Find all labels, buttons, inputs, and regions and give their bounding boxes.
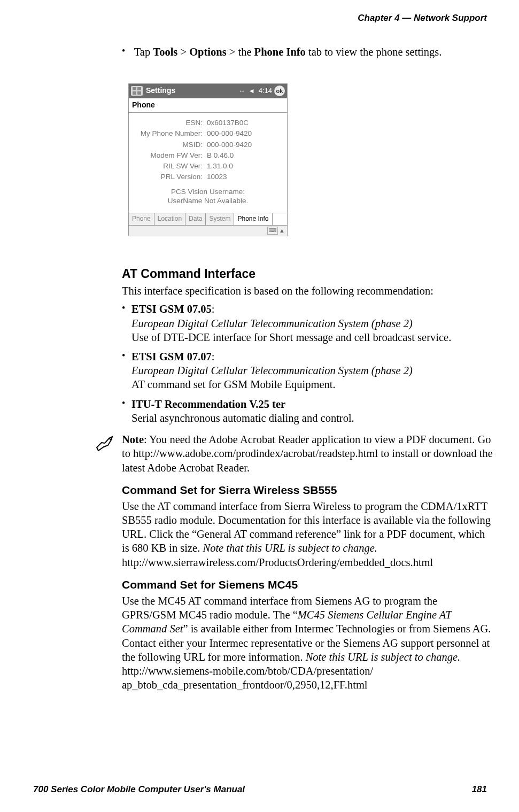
windows-flag-icon	[131, 86, 143, 96]
connectivity-icon: ↔	[239, 87, 245, 95]
screenshot-body: ESN:0x60137B0C My Phone Number:000-000-9…	[128, 113, 288, 213]
phone-info-screenshot: Settings ↔ ◄ 4:14 ok Phone ESN:0x60137B0…	[128, 83, 288, 236]
info-value: 000-000-9420	[207, 140, 252, 149]
page-content: • Tap Tools > Options > the Phone Info t…	[122, 45, 494, 692]
screenshot-titlebar: Settings ↔ ◄ 4:14 ok	[128, 83, 288, 98]
note-body: Note: You need the Adobe Acrobat Reader …	[122, 432, 494, 475]
pcs-block: PCS Vision Username: UserName Not Availa…	[131, 187, 285, 206]
spec-desc: Serial asynchronous automatic dialing an…	[131, 412, 354, 424]
spec-title: ITU-T Recommendation V.25 ter	[131, 398, 285, 410]
mc45-italic2: Note this URL is subject to change.	[306, 651, 460, 663]
spec-desc: AT command set for GSM Mobile Equipment.	[131, 378, 336, 390]
footer-left: 700 Series Color Mobile Computer User's …	[33, 784, 245, 795]
info-value: 0x60137B0C	[207, 118, 249, 127]
spec-italic: European Digital Cellular Telecommunicat…	[131, 318, 413, 329]
screenshot-tabs: Phone Location Data System Phone Info	[128, 213, 288, 225]
spec-title: ETSI GSM 07.07	[131, 351, 212, 362]
bullet-icon: •	[122, 302, 131, 314]
info-label: ESN:	[131, 118, 207, 127]
at-command-intro: This interface specification is based on…	[122, 284, 494, 298]
mc45-url2: ap_btob_cda_presentation_frontdoor/0,295…	[122, 678, 494, 692]
spec-item: •ITU-T Recommendation V.25 ter Serial as…	[122, 397, 494, 425]
header-sep: —	[400, 13, 414, 23]
note-hand-icon	[93, 434, 115, 475]
spec-colon: :	[212, 303, 215, 315]
spec-title: ETSI GSM 07.05	[131, 303, 212, 315]
spec-item: •ETSI GSM 07.07: European Digital Cellul…	[122, 350, 494, 392]
mc45-body: Use the MC45 AT command interface from S…	[122, 594, 494, 664]
note-text: : You need the Adobe Acrobat Reader appl…	[122, 434, 493, 473]
intro-mid2: > the	[227, 46, 254, 58]
screenshot-bottom-bar: ⌨ ▲	[128, 226, 288, 236]
info-row: My Phone Number:000-000-9420	[131, 129, 285, 138]
intro-tools: Tools	[153, 46, 177, 58]
chapter-title: Network Support	[414, 13, 487, 23]
pcs-title: PCS Vision Username:	[131, 187, 285, 196]
intro-phoneinfo: Phone Info	[254, 46, 306, 58]
sb555-url: http://www.sierrawireless.com/ProductsOr…	[122, 555, 494, 569]
chapter-label: Chapter 4	[358, 13, 399, 23]
ok-label: ok	[276, 87, 283, 95]
svg-rect-2	[133, 91, 136, 95]
pcs-value: UserName Not Available.	[131, 196, 285, 205]
tab-system[interactable]: System	[206, 213, 234, 225]
footer-page-number: 181	[472, 784, 487, 795]
bullet-icon: •	[122, 397, 131, 409]
mc45-url1: http://www.siemens-mobile.com/btob/CDA/p…	[122, 664, 494, 678]
at-command-heading: AT Command Interface	[122, 266, 494, 282]
info-label: My Phone Number:	[131, 129, 207, 138]
sb555-body: Use the AT command interface from Sierra…	[122, 499, 494, 555]
spec-italic: European Digital Cellular Telecommunicat…	[131, 365, 413, 376]
intro-post: tab to view the phone settings.	[306, 46, 442, 58]
intro-bullet: • Tap Tools > Options > the Phone Info t…	[122, 45, 494, 59]
spec-desc: Use of DTE-DCE interface for Short messa…	[131, 331, 451, 343]
bullet-icon: •	[122, 45, 131, 57]
info-row: MSID:000-000-9420	[131, 140, 285, 149]
info-label: Modem FW Ver:	[131, 151, 207, 160]
info-label: MSID:	[131, 140, 207, 149]
sb555-heading: Command Set for Sierra Wireless SB555	[122, 483, 494, 498]
info-value: 000-000-9420	[207, 129, 252, 138]
page-footer: 700 Series Color Mobile Computer User's …	[33, 784, 487, 795]
spec-item: •ETSI GSM 07.05: European Digital Cellul…	[122, 302, 494, 344]
info-row: Modem FW Ver:B 0.46.0	[131, 151, 285, 160]
tab-data[interactable]: Data	[185, 213, 206, 225]
titlebar-time: 4:14	[259, 87, 272, 96]
up-arrow-icon[interactable]: ▲	[279, 227, 285, 234]
info-value: 1.31.0.0	[207, 161, 233, 171]
keyboard-icon[interactable]: ⌨	[267, 227, 278, 235]
svg-rect-1	[137, 87, 141, 90]
info-label: RIL SW Ver:	[131, 161, 207, 171]
intro-mid1: >	[177, 46, 189, 58]
note-block: Note: You need the Adobe Acrobat Reader …	[93, 432, 494, 475]
tab-location[interactable]: Location	[154, 213, 185, 225]
titlebar-title: Settings	[146, 86, 237, 96]
svg-rect-3	[137, 91, 141, 95]
mc45-heading: Command Set for Siemens MC45	[122, 578, 494, 592]
info-value: 10023	[207, 172, 227, 181]
info-row: RIL SW Ver:1.31.0.0	[131, 161, 285, 171]
info-row: ESN:0x60137B0C	[131, 118, 285, 127]
bullet-icon: •	[122, 350, 131, 362]
intro-options: Options	[189, 46, 227, 58]
tab-phone[interactable]: Phone	[129, 213, 154, 225]
sb555-body-italic: Note that this URL is subject to change.	[203, 542, 377, 554]
info-label: PRL Version:	[131, 172, 207, 181]
screenshot-subtitle: Phone	[128, 98, 288, 113]
note-label: Note	[122, 434, 144, 445]
tab-phone-info[interactable]: Phone Info	[234, 213, 272, 225]
spec-list: •ETSI GSM 07.05: European Digital Cellul…	[122, 302, 494, 425]
page-header: Chapter 4 — Network Support	[358, 13, 487, 24]
spec-colon: :	[212, 351, 215, 362]
volume-icon: ◄	[249, 87, 255, 95]
intro-pre: Tap	[134, 46, 153, 58]
info-row: PRL Version:10023	[131, 172, 285, 181]
info-value: B 0.46.0	[207, 151, 234, 160]
ok-button[interactable]: ok	[274, 86, 285, 96]
svg-rect-0	[133, 87, 136, 90]
